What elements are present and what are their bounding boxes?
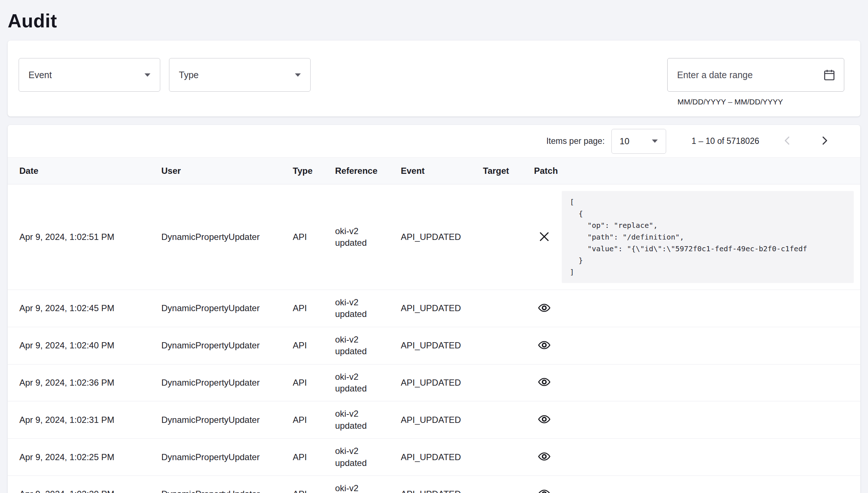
chevron-right-icon (818, 134, 831, 149)
chevron-down-icon (145, 73, 150, 77)
collapse-patch-button[interactable] (536, 229, 552, 246)
cell-event: API_UPDATED (395, 475, 477, 493)
column-header-patch: Patch (528, 158, 860, 184)
cell-date: Apr 9, 2024, 1:02:20 PM (8, 475, 155, 493)
type-filter-label: Type (179, 70, 199, 80)
cell-type: API (287, 327, 329, 364)
eye-icon (538, 450, 551, 464)
date-range-group: MM/DD/YYYY – MM/DD/YYYY (667, 58, 844, 106)
table-row: Apr 9, 2024, 1:02:45 PM DynamicPropertyU… (8, 290, 860, 327)
cell-target (477, 184, 528, 290)
column-header-type: Type (287, 158, 329, 184)
chevron-down-icon (295, 73, 301, 77)
table-row: Apr 9, 2024, 1:02:20 PM DynamicPropertyU… (8, 475, 860, 493)
pagination-range-label: 1 – 10 of 5718026 (692, 136, 759, 146)
cell-type: API (287, 401, 329, 439)
cell-type: API (287, 184, 329, 290)
cell-date: Apr 9, 2024, 1:02:45 PM (8, 290, 155, 327)
cell-event: API_UPDATED (395, 184, 477, 290)
cell-reference: oki-v2 updated (329, 475, 395, 493)
cell-event: API_UPDATED (395, 401, 477, 439)
cell-target (477, 364, 528, 401)
view-patch-button[interactable] (536, 411, 552, 428)
cell-user: DynamicPropertyUpdater (155, 475, 287, 493)
cell-type: API (287, 364, 329, 401)
type-filter-select[interactable]: Type (169, 58, 311, 92)
view-patch-button[interactable] (536, 486, 552, 493)
column-header-event: Event (395, 158, 477, 184)
cell-event: API_UPDATED (395, 439, 477, 476)
cell-target (477, 439, 528, 476)
table-row: Apr 9, 2024, 1:02:25 PM DynamicPropertyU… (8, 439, 860, 476)
column-header-reference: Reference (329, 158, 395, 184)
view-patch-button[interactable] (536, 337, 552, 354)
cell-patch (528, 439, 860, 476)
event-filter-label: Event (28, 70, 52, 80)
audit-page: Audit Event Type MM/DD/YYYY – MM/DD/YYYY (0, 10, 868, 493)
chevron-left-icon (780, 134, 794, 149)
cell-event: API_UPDATED (395, 327, 477, 364)
cell-type: API (287, 290, 329, 327)
column-header-target: Target (477, 158, 528, 184)
items-per-page-value: 10 (620, 136, 630, 146)
items-per-page-label: Items per page: (546, 136, 605, 146)
date-format-hint: MM/DD/YYYY – MM/DD/YYYY (667, 98, 844, 106)
cell-patch (528, 290, 860, 327)
cell-date: Apr 9, 2024, 1:02:25 PM (8, 439, 155, 476)
audit-table: Date User Type Reference Event Target Pa… (8, 157, 860, 493)
cell-target (477, 401, 528, 439)
cell-patch: [ { "op": "replace", "path": "/definitio… (528, 184, 860, 290)
cell-reference: oki-v2 updated (329, 327, 395, 364)
cell-event: API_UPDATED (395, 364, 477, 401)
table-row: Apr 9, 2024, 1:02:40 PM DynamicPropertyU… (8, 327, 860, 364)
cell-date: Apr 9, 2024, 1:02:40 PM (8, 327, 155, 364)
date-range-input[interactable] (677, 70, 823, 80)
cell-user: DynamicPropertyUpdater (155, 401, 287, 439)
cell-user: DynamicPropertyUpdater (155, 327, 287, 364)
cell-patch (528, 364, 860, 401)
cell-user: DynamicPropertyUpdater (155, 184, 287, 290)
column-header-user: User (155, 158, 287, 184)
table-row: Apr 9, 2024, 1:02:31 PM DynamicPropertyU… (8, 401, 860, 439)
previous-page-button[interactable] (778, 131, 796, 151)
cell-reference: oki-v2 updated (329, 364, 395, 401)
view-patch-button[interactable] (536, 448, 552, 466)
cell-user: DynamicPropertyUpdater (155, 364, 287, 401)
view-patch-button[interactable] (536, 300, 552, 317)
cell-target (477, 475, 528, 493)
filter-bar: Event Type MM/DD/YYYY – MM/DD/YYYY (8, 41, 860, 116)
table-header-row: Date User Type Reference Event Target Pa… (8, 158, 860, 184)
eye-icon (538, 413, 551, 427)
page-title: Audit (8, 10, 860, 32)
cell-user: DynamicPropertyUpdater (155, 290, 287, 327)
cell-target (477, 290, 528, 327)
cell-type: API (287, 475, 329, 493)
calendar-icon[interactable] (823, 68, 836, 81)
eye-icon (538, 487, 551, 493)
date-range-field (667, 58, 844, 92)
cell-patch (528, 401, 860, 439)
items-per-page-select[interactable]: 10 (611, 129, 666, 154)
eye-icon (538, 375, 551, 390)
pagination-bar: Items per page: 10 1 – 10 of 5718026 (8, 125, 860, 157)
cell-date: Apr 9, 2024, 1:02:31 PM (8, 401, 155, 439)
cell-date: Apr 9, 2024, 1:02:51 PM (8, 184, 155, 290)
cell-reference: oki-v2 updated (329, 184, 395, 290)
cell-reference: oki-v2 updated (329, 401, 395, 439)
next-page-button[interactable] (815, 131, 834, 151)
view-patch-button[interactable] (536, 374, 552, 391)
cell-patch (528, 327, 860, 364)
cell-reference: oki-v2 updated (329, 439, 395, 476)
table-row: Apr 9, 2024, 1:02:36 PM DynamicPropertyU… (8, 364, 860, 401)
close-icon (538, 230, 551, 244)
cell-target (477, 327, 528, 364)
event-filter-select[interactable]: Event (19, 58, 160, 92)
cell-patch (528, 475, 860, 493)
eye-icon (538, 339, 551, 353)
audit-table-card: Items per page: 10 1 – 10 of 5718026 (8, 125, 860, 493)
cell-date: Apr 9, 2024, 1:02:36 PM (8, 364, 155, 401)
chevron-down-icon (652, 140, 658, 143)
cell-event: API_UPDATED (395, 290, 477, 327)
cell-type: API (287, 439, 329, 476)
table-row: Apr 9, 2024, 1:02:51 PM DynamicPropertyU… (8, 184, 860, 290)
